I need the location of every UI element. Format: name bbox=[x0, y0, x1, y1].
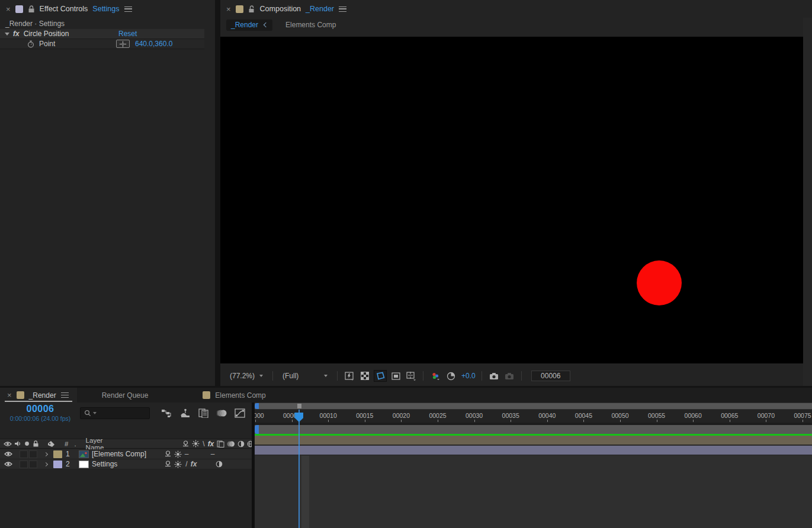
eye-icon[interactable] bbox=[4, 451, 12, 457]
panel-menu-icon[interactable] bbox=[61, 392, 69, 398]
mask-visibility-icon[interactable] bbox=[374, 371, 386, 381]
layer-name[interactable]: Settings bbox=[92, 460, 117, 468]
unlock-icon[interactable] bbox=[248, 5, 255, 13]
graph-editor-icon[interactable] bbox=[235, 408, 245, 418]
exposure-icon[interactable] bbox=[445, 371, 457, 381]
eye-icon[interactable] bbox=[4, 461, 12, 467]
motion-blur-toggle[interactable]: – bbox=[208, 450, 217, 458]
index-sort-dot: . bbox=[74, 440, 76, 447]
channel-settings-icon[interactable] bbox=[429, 371, 441, 381]
close-icon[interactable]: × bbox=[6, 5, 11, 13]
panel-target-link[interactable]: Settings bbox=[92, 5, 119, 13]
audio-column-icon[interactable] bbox=[14, 440, 21, 447]
show-snapshot-icon[interactable] bbox=[503, 371, 515, 381]
timeline-navigator-bar[interactable] bbox=[255, 403, 812, 409]
index-column-header[interactable]: # bbox=[65, 440, 68, 447]
chevron-right-icon[interactable] bbox=[44, 452, 48, 456]
exposure-value[interactable]: +0.0 bbox=[461, 372, 476, 380]
solo-cell[interactable] bbox=[29, 450, 37, 458]
shy-column-icon[interactable] bbox=[182, 440, 190, 447]
collapse-transformations-column-icon[interactable] bbox=[192, 440, 200, 447]
motion-blur-icon[interactable] bbox=[217, 408, 227, 418]
point-picker-button[interactable] bbox=[116, 40, 130, 48]
layer-row-settings[interactable]: 2 Settings / fx bbox=[0, 459, 252, 469]
adjustment-layer-column-icon[interactable] bbox=[237, 440, 245, 447]
chevron-left-icon[interactable] bbox=[264, 22, 268, 27]
layer-name[interactable]: [Elements Comp] bbox=[92, 450, 146, 458]
effect-name[interactable]: Circle Position bbox=[24, 30, 69, 38]
label-color-chip[interactable] bbox=[53, 461, 62, 468]
layer-name-column-header[interactable]: Layer Name bbox=[86, 437, 104, 451]
motion-blur-toggle[interactable] bbox=[216, 461, 223, 468]
draft-3d-icon[interactable] bbox=[179, 408, 191, 418]
panel-menu-icon[interactable] bbox=[339, 7, 346, 12]
chevron-right-icon[interactable] bbox=[44, 462, 48, 466]
effect-controls-panel: × Effect Controls Settings _Render · Set… bbox=[0, 0, 215, 386]
composition-flowchart-icon[interactable] bbox=[161, 408, 172, 418]
panel-menu-icon[interactable] bbox=[124, 7, 132, 12]
layer-bar-elements-comp[interactable] bbox=[255, 436, 812, 445]
timeline-tab-render-queue[interactable]: Render Queue bbox=[102, 391, 149, 400]
time-display[interactable]: 00006 0:00:00:06 (24.00 fps) bbox=[2, 404, 78, 422]
effect-row[interactable]: fx Circle Position Reset bbox=[0, 29, 204, 39]
red-circle-element bbox=[637, 260, 682, 305]
composition-viewport[interactable] bbox=[220, 37, 803, 363]
audio-cell[interactable] bbox=[20, 450, 28, 458]
reset-button[interactable]: Reset bbox=[118, 30, 137, 38]
magnification-dropdown[interactable]: (77.2%) bbox=[226, 371, 267, 381]
frame-blending-icon[interactable] bbox=[198, 408, 209, 418]
collapse-transformations-toggle[interactable] bbox=[174, 461, 182, 468]
panel-target-link[interactable]: _Render bbox=[306, 5, 334, 13]
viewer-tab-render[interactable]: _Render bbox=[226, 20, 272, 31]
fast-previews-icon[interactable] bbox=[344, 371, 355, 381]
ruler-tick bbox=[255, 420, 256, 422]
timeline-tab-elements-comp[interactable]: Elements Comp bbox=[203, 391, 265, 400]
timeline-quick-icons bbox=[159, 407, 248, 419]
solo-cell[interactable] bbox=[29, 461, 37, 468]
panel-chip-icon bbox=[15, 5, 23, 13]
time-ruler[interactable]: 0000000005000100001500020000250003000035… bbox=[255, 410, 812, 423]
shy-toggle[interactable] bbox=[164, 461, 172, 468]
transparency-grid-icon[interactable] bbox=[359, 371, 371, 381]
ruler-label: 00010 bbox=[320, 412, 337, 419]
grid-guide-options-icon[interactable] bbox=[405, 371, 417, 381]
collapse-transformations-toggle[interactable] bbox=[174, 450, 182, 458]
point-property-row[interactable]: Point 640.0,360.0 bbox=[0, 39, 204, 49]
navigator-playhead-nub[interactable] bbox=[297, 404, 301, 408]
layer-bar-settings[interactable] bbox=[255, 446, 812, 455]
label-column-icon[interactable] bbox=[47, 440, 55, 447]
label-color-chip[interactable] bbox=[53, 450, 62, 458]
current-frame[interactable]: 00006 bbox=[2, 404, 78, 414]
close-icon[interactable]: × bbox=[7, 391, 12, 399]
resolution-dropdown[interactable]: (Full) bbox=[279, 371, 331, 381]
playhead-line[interactable] bbox=[299, 410, 300, 528]
region-of-interest-icon[interactable] bbox=[390, 371, 402, 381]
viewer-tab-elements-comp[interactable]: Elements Comp bbox=[285, 21, 336, 29]
frame-blend-column-icon[interactable] bbox=[217, 440, 224, 447]
stopwatch-icon[interactable] bbox=[27, 40, 34, 48]
quality-toggle[interactable]: – bbox=[182, 450, 191, 458]
fx-toggle[interactable]: fx bbox=[190, 460, 198, 468]
work-area-bar[interactable] bbox=[255, 425, 812, 434]
layer-row-elements-comp[interactable]: 1 [Elements Comp] – – bbox=[0, 449, 252, 459]
chevron-down-icon[interactable] bbox=[5, 33, 9, 36]
fx-column-icon[interactable]: fx bbox=[208, 440, 214, 448]
close-icon[interactable]: × bbox=[226, 5, 231, 13]
snapshot-icon[interactable] bbox=[488, 371, 500, 381]
video-column-icon[interactable] bbox=[4, 441, 12, 447]
solo-column-icon[interactable] bbox=[24, 441, 30, 446]
shy-toggle[interactable] bbox=[164, 450, 172, 458]
lock-column-icon[interactable] bbox=[33, 440, 39, 447]
quality-column-icon[interactable]: \ bbox=[203, 440, 204, 448]
search-input[interactable] bbox=[80, 407, 150, 419]
chevron-down-icon bbox=[324, 375, 328, 377]
frame-display-field[interactable]: 00006 bbox=[531, 371, 570, 381]
point-value[interactable]: 640.0,360.0 bbox=[135, 40, 172, 48]
work-area-start-handle[interactable] bbox=[255, 425, 259, 434]
lock-icon[interactable] bbox=[28, 5, 35, 13]
navigator-start-handle[interactable] bbox=[255, 403, 259, 409]
comp-chip-icon bbox=[17, 391, 24, 399]
timeline-tab-render[interactable]: × _Render bbox=[0, 388, 77, 403]
motion-blur-column-icon[interactable] bbox=[227, 440, 235, 447]
audio-cell[interactable] bbox=[20, 461, 28, 468]
